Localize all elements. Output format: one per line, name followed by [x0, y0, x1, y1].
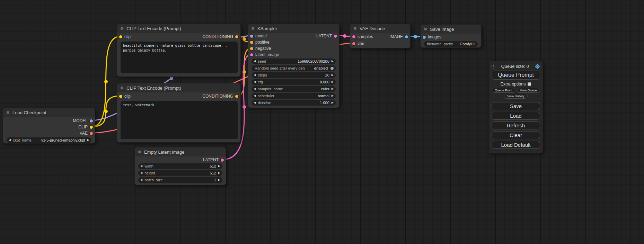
- output-slot-latent[interactable]: LATENT: [203, 157, 224, 162]
- input-slot-clip[interactable]: clip: [119, 94, 131, 99]
- increment-arrow-icon[interactable]: ▶: [332, 60, 334, 63]
- widget-seed[interactable]: ◀ seed 156680208700286 ▶: [252, 58, 336, 64]
- latent-slot-dot-icon[interactable]: [250, 53, 253, 56]
- widget-scheduler[interactable]: ◀ scheduler normal ▶: [252, 93, 336, 99]
- settings-gear-icon[interactable]: [535, 64, 540, 69]
- increment-arrow-icon[interactable]: ▶: [332, 81, 334, 83]
- node-title-bar[interactable]: Empty Latent Image: [135, 147, 226, 156]
- widget-random-seed-toggle[interactable]: Random seed after every gen enabled: [252, 65, 336, 71]
- output-slot-vae[interactable]: VAE: [80, 131, 93, 136]
- negative-prompt-textarea[interactable]: text, watermark: [121, 101, 238, 139]
- load-default-button[interactable]: Load Default: [492, 141, 540, 149]
- collapse-dot-icon[interactable]: [353, 27, 357, 30]
- collapse-dot-icon[interactable]: [251, 27, 255, 30]
- input-slot-model[interactable]: model: [250, 34, 267, 38]
- input-slot-vae[interactable]: vae: [352, 41, 364, 46]
- view-queue-button[interactable]: View Queue: [517, 88, 540, 93]
- queue-front-button[interactable]: Queue Front: [492, 88, 515, 93]
- collapse-dot-icon[interactable]: [6, 111, 10, 114]
- increment-arrow-icon[interactable]: ▶: [332, 101, 334, 104]
- save-button[interactable]: Save: [492, 102, 540, 110]
- node-empty-latent-image[interactable]: Empty Latent Image LATENT ◀ width 512 ▶ …: [134, 147, 226, 185]
- node-title-bar[interactable]: VAE Decode: [350, 24, 410, 33]
- widget-ckpt-name[interactable]: ◀ ckpt_name v1-5-pruned-emaonly.ckpt ▶: [7, 137, 91, 143]
- vae-slot-dot-icon[interactable]: [90, 132, 93, 135]
- drag-handle-icon[interactable]: [492, 64, 494, 69]
- refresh-button[interactable]: Refresh: [492, 121, 540, 129]
- decrement-arrow-icon[interactable]: ◀: [254, 101, 256, 104]
- menu-header[interactable]: Queue size: 0: [492, 63, 540, 69]
- view-history-button[interactable]: View History: [504, 94, 528, 99]
- decrement-arrow-icon[interactable]: ◀: [140, 172, 142, 174]
- widget-width[interactable]: ◀ width 512 ▶: [138, 163, 222, 169]
- decrement-arrow-icon[interactable]: ◀: [254, 74, 256, 76]
- input-slot-latent-image[interactable]: latent_image: [250, 52, 279, 57]
- model-slot-dot-icon[interactable]: [250, 35, 253, 38]
- vae-slot-dot-icon[interactable]: [352, 42, 355, 45]
- widget-denoise[interactable]: ◀ denoise 1.000 ▶: [252, 100, 336, 106]
- node-clip-text-encode-positive[interactable]: CLIP Text Encode (Prompt) clip CONDITION…: [117, 24, 241, 77]
- collapse-dot-icon[interactable]: [120, 86, 124, 90]
- image-slot-dot-icon[interactable]: [423, 36, 426, 39]
- widget-cfg[interactable]: ◀ cfg 8.000 ▶: [252, 79, 336, 85]
- widget-filename-prefix[interactable]: filename_prefix ComfyUI: [424, 41, 478, 47]
- toggle-dot-icon[interactable]: [330, 67, 334, 70]
- node-clip-text-encode-negative[interactable]: CLIP Text Encode (Prompt) clip CONDITION…: [117, 83, 241, 143]
- conditioning-slot-dot-icon[interactable]: [235, 35, 238, 38]
- widget-sampler-name[interactable]: ◀ sampler_name euler ▶: [252, 86, 336, 92]
- collapse-dot-icon[interactable]: [424, 27, 427, 31]
- input-slot-samples[interactable]: samples: [352, 34, 373, 39]
- output-slot-clip[interactable]: CLIP: [78, 125, 93, 129]
- latent-slot-dot-icon[interactable]: [352, 35, 355, 38]
- decrement-arrow-icon[interactable]: ◀: [254, 81, 256, 83]
- decrement-arrow-icon[interactable]: ◀: [140, 165, 142, 168]
- decrement-arrow-icon[interactable]: ◀: [254, 60, 256, 63]
- node-title-bar[interactable]: CLIP Text Encode (Prompt): [117, 83, 240, 92]
- output-slot-image[interactable]: IMAGE: [389, 34, 408, 39]
- graph-canvas[interactable]: Load Checkpoint MODEL CLIP VAE ◀ ckpt_na…: [0, 0, 644, 244]
- clip-slot-dot-icon[interactable]: [119, 35, 122, 38]
- positive-prompt-textarea[interactable]: beautiful scenery nature glass bottle la…: [121, 42, 238, 73]
- latent-slot-dot-icon[interactable]: [334, 35, 337, 38]
- input-slot-negative[interactable]: negative: [250, 46, 271, 51]
- clear-button[interactable]: Clear: [492, 131, 540, 139]
- widget-height[interactable]: ◀ height 512 ▶: [138, 170, 222, 176]
- increment-arrow-icon[interactable]: ▶: [218, 165, 220, 168]
- conditioning-slot-dot-icon[interactable]: [250, 47, 253, 50]
- output-slot-conditioning[interactable]: CONDITIONING: [202, 94, 238, 99]
- increment-arrow-icon[interactable]: ▶: [218, 172, 220, 174]
- latent-slot-dot-icon[interactable]: [221, 159, 224, 162]
- conditioning-slot-dot-icon[interactable]: [235, 95, 238, 98]
- node-title-bar[interactable]: KSampler: [248, 24, 339, 33]
- node-ksampler[interactable]: KSampler model LATENT positive negative: [248, 24, 339, 108]
- extra-options-checkbox[interactable]: [528, 82, 531, 86]
- decrement-arrow-icon[interactable]: ◀: [254, 88, 256, 90]
- increment-arrow-icon[interactable]: ▶: [218, 179, 220, 181]
- collapse-dot-icon[interactable]: [120, 27, 124, 30]
- input-slot-images[interactable]: images: [423, 35, 441, 39]
- clip-slot-dot-icon[interactable]: [119, 95, 122, 98]
- widget-steps[interactable]: ◀ steps 20 ▶: [252, 72, 336, 78]
- output-slot-model[interactable]: MODEL: [73, 118, 93, 123]
- node-save-image[interactable]: Save Image images filename_prefix ComfyU…: [420, 24, 482, 48]
- decrement-arrow-icon[interactable]: ◀: [254, 94, 256, 97]
- collapse-dot-icon[interactable]: [138, 150, 141, 154]
- node-vae-decode[interactable]: VAE Decode samples IMAGE vae: [350, 24, 411, 48]
- load-button[interactable]: Load: [492, 112, 540, 120]
- conditioning-slot-dot-icon[interactable]: [250, 41, 253, 44]
- decrement-arrow-icon[interactable]: ◀: [9, 139, 11, 142]
- output-slot-latent[interactable]: LATENT: [316, 34, 337, 38]
- node-title-bar[interactable]: CLIP Text Encode (Prompt): [117, 24, 240, 33]
- model-slot-dot-icon[interactable]: [90, 119, 93, 123]
- increment-arrow-icon[interactable]: ▶: [332, 74, 334, 76]
- input-slot-positive[interactable]: positive: [250, 40, 270, 45]
- queue-prompt-button[interactable]: Queue Prompt: [492, 71, 540, 80]
- node-title-bar[interactable]: Save Image: [421, 25, 481, 34]
- image-slot-dot-icon[interactable]: [405, 35, 408, 38]
- decrement-arrow-icon[interactable]: ◀: [140, 179, 142, 181]
- increment-arrow-icon[interactable]: ▶: [332, 94, 334, 97]
- increment-arrow-icon[interactable]: ▶: [87, 139, 89, 142]
- widget-batch-size[interactable]: ◀ batch_size 1 ▶: [138, 177, 222, 183]
- input-slot-clip[interactable]: clip: [119, 34, 131, 39]
- clip-slot-dot-icon[interactable]: [90, 126, 93, 129]
